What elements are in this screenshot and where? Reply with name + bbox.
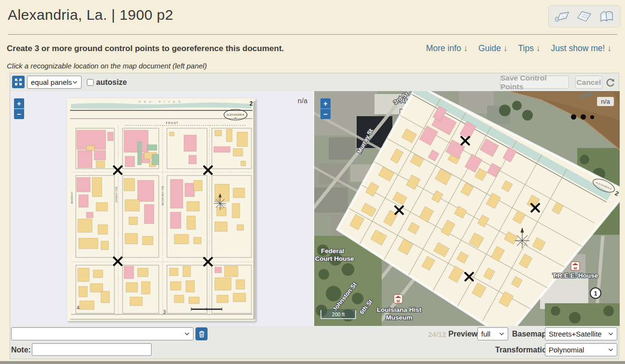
map-panels: + − n/a RED RIVER 2 ALEXANDRIA [10,91,620,326]
panel-mode-select[interactable]: equal panels [27,76,82,89]
gcp-marker[interactable] [463,270,475,283]
footer-controls: 24/12 Preview full Basemap Streets+Satel… [10,326,620,360]
zoom-out-button[interactable]: − [14,109,24,119]
georeference-tool-frame: equal panels autosize Save Control Point… [10,73,619,359]
cancel-button[interactable]: Cancel [575,76,602,89]
court-house-label-2: Court House [315,255,354,262]
svg-text:1: 1 [594,290,597,297]
doc-stamp: ALEXANDRIA [227,113,245,116]
right-status: n/a [597,97,614,106]
atlas-nav-button[interactable] [598,9,615,24]
georeference-page: Alexandria, La. | 1900 p2 [0,0,625,364]
doc-stamp-sub: LA. [234,117,236,119]
gcp-counter: 24/12 [428,330,446,338]
tips-link[interactable]: Tips ↓ [518,43,541,54]
document-nav-group [548,5,621,27]
chevron-down-icon [499,332,504,336]
autosize-label: autosize [96,78,127,87]
instruction-text: Create 3 or more ground control points t… [7,44,284,54]
gcp-marker[interactable] [459,135,472,147]
preview-select[interactable]: full [477,327,508,340]
gcp-marker[interactable] [111,255,124,268]
atlas-volume-icon [598,9,615,24]
autosize-checkbox[interactable] [87,79,94,86]
gcp-marker[interactable] [393,204,405,216]
zoom-in-button[interactable]: + [320,98,331,108]
museum-poi-icon: M [571,262,580,270]
header-divider [8,34,617,35]
sheet-map-icon [576,9,593,24]
guide-link[interactable]: Guide ↓ [478,43,507,54]
gcp-marker[interactable] [202,164,214,176]
tree-house-label: T.R.E.E. House [553,272,598,279]
chevron-down-icon [608,348,613,351]
chevron-down-icon [608,332,613,336]
document-panel[interactable]: + − n/a RED RIVER 2 ALEXANDRIA [10,91,313,326]
chevron-down-icon [184,332,190,336]
dots-indicator [571,114,594,120]
hint-text: Click a recognizable location on the map… [7,62,207,70]
sheet-number-left: 4 [77,305,80,310]
poi-marker-1[interactable]: 1 [590,288,601,298]
page-title: Alexandria, La. | 1900 p2 [8,7,173,23]
sheet-number-bottom: 3 [163,310,166,315]
refresh-icon [605,77,616,88]
rolled-map-icon [554,9,571,24]
preview-value: full [481,330,490,338]
help-links: More info ↓ Guide ↓ Tips ↓ Just show me!… [426,43,611,54]
gcp-marker[interactable] [111,164,124,176]
street-front: FRONT [166,121,179,124]
river-label: RED RIVER [139,100,184,103]
autosize-control: autosize [87,76,127,89]
transformation-select[interactable]: Polynomial [545,343,617,356]
basemap-image[interactable]: River Alexandria Museum 3rd St Murray St [314,91,620,326]
just-show-me-link[interactable]: Just show me! ↓ [551,43,611,54]
basemap-select[interactable]: Streets+Satellite [545,327,617,340]
zoom-in-button[interactable]: + [14,98,24,108]
note-label: Note: [11,346,31,354]
louisiana-museum-label-1: Louisiana Hist [377,306,422,313]
left-status: n/a [298,97,307,105]
more-info-link[interactable]: More info ↓ [426,43,468,54]
panel-mode-value: equal panels [31,78,72,86]
save-control-points-button[interactable]: Save Control Points [500,76,569,89]
expand-arrows-icon [14,78,23,86]
court-house-label-1: Federal [321,247,344,255]
svg-text:M: M [574,266,577,270]
expand-button[interactable] [12,76,25,88]
basemap-value: Streets+Satellite [549,330,602,338]
basemap-panel[interactable]: River Alexandria Museum 3rd St Murray St [314,91,620,326]
sheet-map-nav-button[interactable] [576,9,593,24]
street-johnston: JOHNSTON [115,187,118,202]
doc-page-number: 2 [250,100,253,107]
note-input[interactable] [32,343,152,356]
delete-gcp-button[interactable] [195,327,208,340]
louisiana-museum-label-2: Museum [386,314,413,321]
museum-poi-icon: M [394,295,403,303]
street-washington: WASHINGTON [162,186,164,205]
preview-label: Preview [448,330,477,338]
gcp-marker[interactable] [202,256,214,268]
chevron-down-icon [72,81,78,84]
street-murray: MURRAY [71,191,73,203]
gcp-list-select[interactable] [11,327,194,340]
trash-icon [198,330,205,338]
bottom-band [0,361,625,364]
left-zoom-control: + − [14,98,24,119]
scale-bar: 200 ft [320,309,357,320]
gcp-marker[interactable] [529,202,542,214]
zoom-out-button[interactable]: − [320,109,331,119]
sanborn-document-image[interactable]: RED RIVER 2 ALEXANDRIA LA. FRONT [67,98,255,321]
svg-text:M: M [397,299,400,303]
right-zoom-control: + − [320,98,331,119]
basemap-label: Basemap [512,330,546,338]
refresh-button[interactable] [605,77,616,88]
svg-text:200 ft: 200 ft [332,311,345,317]
transformation-value: Polynomial [549,346,584,354]
rolled-map-nav-button[interactable] [554,9,571,24]
toolbar: equal panels autosize Save Control Point… [10,73,619,91]
